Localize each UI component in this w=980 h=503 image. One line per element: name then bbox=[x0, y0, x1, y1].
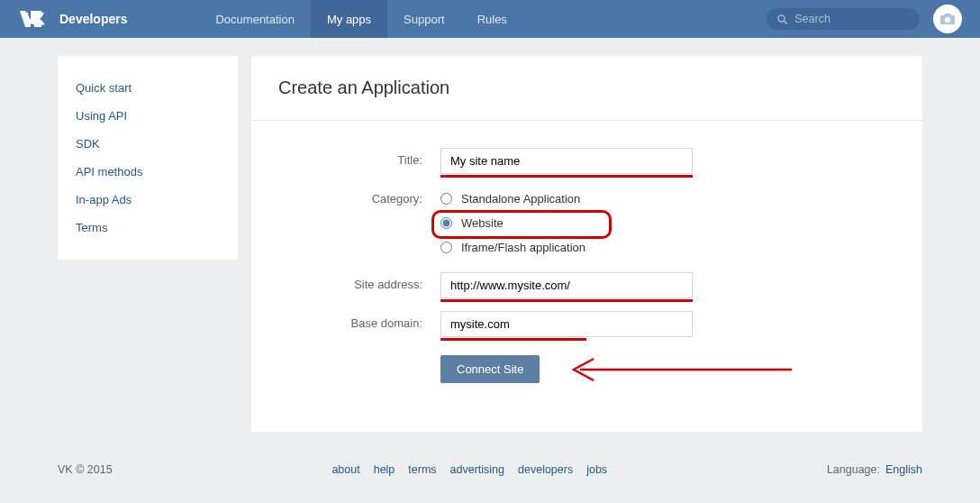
logo[interactable]: Developers bbox=[18, 9, 127, 29]
main-panel: Create an Application Title: Category: S… bbox=[251, 56, 922, 432]
svg-point-0 bbox=[778, 14, 785, 21]
footer: VK © 2015 about help terms advertising d… bbox=[58, 450, 922, 489]
form-body: Title: Category: Standalone Application … bbox=[251, 121, 922, 432]
nav-my-apps[interactable]: My apps bbox=[311, 0, 387, 38]
page-title: Create an Application bbox=[278, 78, 895, 98]
nav-rules[interactable]: Rules bbox=[461, 0, 523, 38]
radio-website[interactable]: Website bbox=[440, 211, 895, 235]
footer-links: about help terms advertising developers … bbox=[331, 463, 607, 476]
radio-iframe-input[interactable] bbox=[440, 242, 452, 253]
search-input[interactable] bbox=[794, 13, 909, 25]
connect-site-button[interactable]: Connect Site bbox=[440, 355, 540, 383]
header-right bbox=[767, 5, 962, 33]
svg-line-1 bbox=[784, 21, 786, 23]
sidebar-item-sdk[interactable]: SDK bbox=[58, 130, 238, 158]
row-submit: Connect Site bbox=[278, 355, 895, 383]
footer-terms[interactable]: terms bbox=[408, 463, 436, 476]
svg-point-2 bbox=[945, 17, 950, 23]
footer-language: Language: English bbox=[827, 463, 922, 476]
label-title: Title: bbox=[278, 148, 440, 167]
header: Developers Documentation My apps Support… bbox=[0, 0, 980, 38]
radio-iframe[interactable]: Iframe/Flash application bbox=[440, 235, 895, 260]
submit-spacer bbox=[278, 367, 440, 372]
input-base-domain[interactable] bbox=[440, 311, 693, 337]
footer-jobs[interactable]: jobs bbox=[586, 463, 607, 476]
footer-advertising[interactable]: advertising bbox=[450, 463, 504, 476]
radio-website-label: Website bbox=[461, 216, 504, 230]
radio-website-input[interactable] bbox=[440, 217, 452, 229]
sidebar-item-quick-start[interactable]: Quick start bbox=[58, 74, 238, 102]
nav-support[interactable]: Support bbox=[387, 0, 461, 38]
sidebar-item-using-api[interactable]: Using API bbox=[58, 102, 238, 130]
nav-documentation[interactable]: Documentation bbox=[199, 0, 310, 38]
input-title[interactable] bbox=[440, 148, 693, 174]
radio-standalone[interactable]: Standalone Application bbox=[440, 187, 895, 211]
footer-lang-label: Language: bbox=[827, 463, 880, 476]
main-header: Create an Application bbox=[251, 56, 922, 121]
input-site-address[interactable] bbox=[440, 272, 693, 298]
search-icon bbox=[777, 14, 787, 25]
radio-standalone-input[interactable] bbox=[440, 193, 452, 205]
brand-text: Developers bbox=[59, 12, 127, 26]
annotation-arrow-icon bbox=[567, 356, 792, 383]
row-base-domain: Base domain: bbox=[278, 311, 895, 337]
page-container: Quick start Using API SDK API methods In… bbox=[58, 38, 922, 450]
row-title: Title: bbox=[278, 148, 895, 174]
footer-copyright: VK © 2015 bbox=[58, 463, 113, 476]
radio-standalone-label: Standalone Application bbox=[461, 192, 580, 206]
sidebar-item-terms[interactable]: Terms bbox=[58, 214, 238, 242]
sidebar-item-in-app-ads[interactable]: In-app Ads bbox=[58, 186, 238, 214]
footer-about[interactable]: about bbox=[331, 463, 359, 476]
vk-logo-icon bbox=[18, 9, 50, 29]
footer-help[interactable]: help bbox=[374, 463, 395, 476]
camera-button[interactable] bbox=[933, 5, 962, 33]
main-nav: Documentation My apps Support Rules bbox=[199, 0, 522, 38]
footer-lang-value[interactable]: English bbox=[885, 463, 922, 476]
search-box[interactable] bbox=[767, 8, 920, 30]
row-site-address: Site address: bbox=[278, 272, 895, 298]
sidebar-item-api-methods[interactable]: API methods bbox=[58, 158, 238, 186]
row-category: Category: Standalone Application Website… bbox=[278, 187, 895, 260]
label-base-domain: Base domain: bbox=[278, 311, 440, 330]
footer-developers[interactable]: developers bbox=[518, 463, 573, 476]
radio-iframe-label: Iframe/Flash application bbox=[461, 241, 585, 254]
label-category: Category: bbox=[278, 187, 440, 206]
sidebar: Quick start Using API SDK API methods In… bbox=[58, 56, 238, 260]
label-site-address: Site address: bbox=[278, 272, 440, 291]
camera-icon bbox=[940, 13, 955, 25]
